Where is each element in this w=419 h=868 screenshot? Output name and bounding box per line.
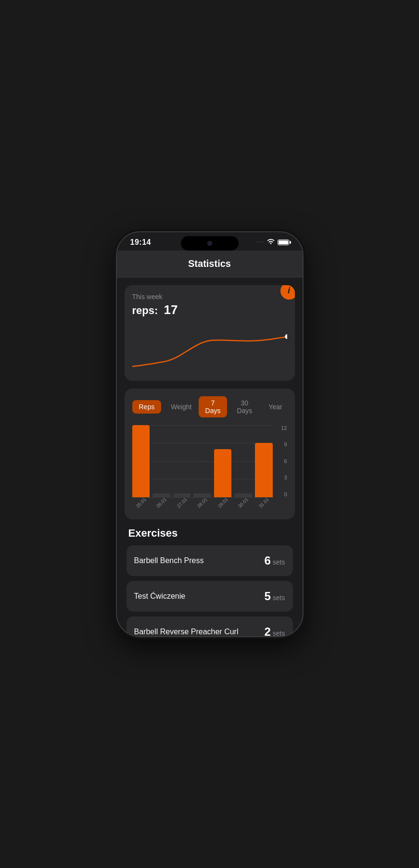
- sets-number: 5: [264, 590, 270, 603]
- exercise-sets: 6sets: [264, 554, 285, 567]
- bar-chart-container: 12 9 6 3 0 25.0126.0127.0128.0129.0130.0…: [132, 425, 287, 512]
- dynamic-island-dot: [207, 241, 212, 246]
- bar-wrapper-4: [214, 425, 232, 497]
- sets-label: sets: [273, 629, 285, 636]
- bar-wrapper-0: [132, 425, 150, 497]
- exercise-card[interactable]: Barbell Bench Press6sets: [127, 545, 293, 576]
- bar-wrapper-1: [152, 425, 170, 497]
- sets-label: sets: [273, 558, 285, 566]
- bar-0[interactable]: [132, 425, 150, 497]
- exercise-card[interactable]: Test Ćwiczenie5sets: [127, 581, 293, 612]
- filter-reps-button[interactable]: Reps: [132, 400, 162, 414]
- y-label-3: 3: [274, 475, 287, 480]
- exercises-title: Exercises: [127, 527, 293, 540]
- exercises-section: Exercises Barbell Bench Press6setsTest Ć…: [125, 527, 295, 636]
- gridline-bottom: [132, 497, 273, 498]
- x-labels: 25.0126.0127.0128.0129.0130.0131.01: [132, 500, 287, 505]
- chart-filters: Reps Weight 7 Days 30 Days Year: [132, 396, 287, 417]
- sets-number: 6: [264, 554, 270, 567]
- app-header: Statistics: [117, 251, 303, 277]
- bar-chart-card: Reps Weight 7 Days 30 Days Year: [125, 389, 295, 519]
- filter-7days-button[interactable]: 7 Days: [199, 396, 228, 417]
- line-chart-card: i This week reps: 17: [125, 285, 295, 381]
- status-time: 19:14: [130, 238, 151, 247]
- main-content: i This week reps: 17: [117, 277, 303, 636]
- battery-icon: [278, 239, 289, 245]
- exercise-name: Barbell Reverse Preacher Curl: [134, 628, 265, 636]
- filter-30days-button[interactable]: 30 Days: [230, 396, 259, 417]
- exercise-name: Barbell Bench Press: [134, 556, 265, 565]
- reps-number: 17: [164, 302, 178, 317]
- bar-chart-area: 12 9 6 3 0: [132, 425, 287, 497]
- filter-year-button[interactable]: Year: [262, 400, 289, 414]
- phone-frame: 19:14 ···· Statistics: [116, 231, 304, 637]
- status-bar: 19:14 ····: [117, 232, 303, 251]
- phone-screen: 19:14 ···· Statistics: [117, 232, 303, 636]
- bar-6[interactable]: [255, 443, 273, 497]
- filter-weight-button[interactable]: Weight: [164, 400, 198, 414]
- exercise-card[interactable]: Barbell Reverse Preacher Curl2sets: [127, 616, 293, 636]
- bar-4[interactable]: [214, 449, 232, 497]
- status-icons: ····: [256, 239, 289, 246]
- week-label: This week: [132, 293, 287, 301]
- exercise-sets: 2sets: [264, 625, 285, 636]
- bar-wrapper-5: [234, 425, 252, 497]
- reps-text-label: reps:: [132, 304, 158, 316]
- reps-display: reps: 17: [132, 302, 287, 317]
- period-filter-group: 7 Days 30 Days Year: [199, 396, 289, 417]
- battery-fill: [279, 240, 288, 244]
- y-axis-labels: 12 9 6 3 0: [274, 425, 287, 497]
- dynamic-island: [181, 236, 239, 251]
- exercise-sets: 5sets: [264, 590, 285, 603]
- bar-wrapper-3: [193, 425, 211, 497]
- bar-wrapper-6: [255, 425, 273, 497]
- bar-wrapper-2: [173, 425, 191, 497]
- y-label-6: 6: [274, 458, 287, 464]
- exercises-list: Barbell Bench Press6setsTest Ćwiczenie5s…: [127, 545, 293, 636]
- y-label-0: 0: [274, 491, 287, 497]
- sets-number: 2: [264, 625, 270, 636]
- wifi-icon: [267, 239, 275, 246]
- line-chart-svg: [132, 323, 287, 371]
- sets-label: sets: [273, 594, 285, 602]
- signal-dots-icon: ····: [256, 240, 264, 244]
- exercise-name: Test Ćwiczenie: [134, 592, 265, 601]
- y-label-12: 12: [274, 425, 287, 431]
- type-filter-group: Reps Weight: [132, 400, 199, 414]
- page-title: Statistics: [188, 258, 231, 269]
- svg-point-0: [285, 334, 287, 339]
- y-label-9: 9: [274, 441, 287, 447]
